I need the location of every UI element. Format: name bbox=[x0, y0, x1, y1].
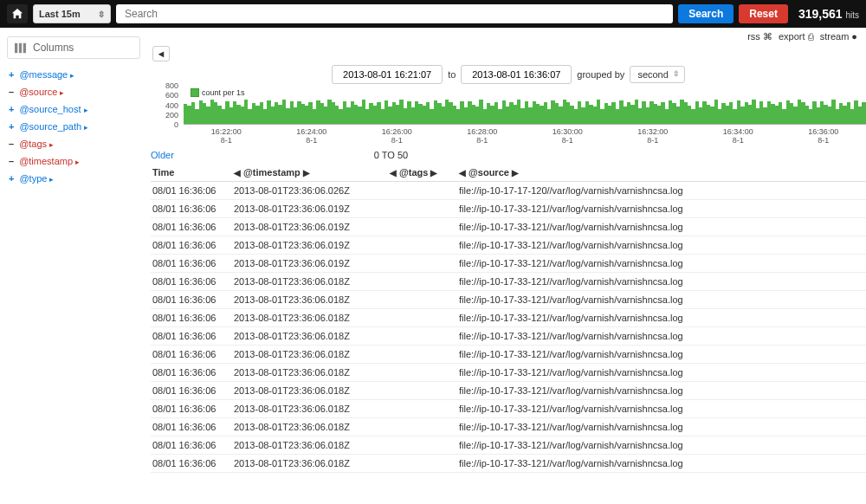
cell-tags bbox=[388, 273, 457, 291]
cell-time: 08/01 16:36:06 bbox=[151, 346, 232, 364]
legend-swatch bbox=[191, 88, 199, 97]
cell-time: 08/01 16:36:06 bbox=[151, 327, 232, 346]
x-tick: 16:34:008-1 bbox=[723, 127, 753, 145]
results-table: Time ◀ @timestamp ▶ ◀ @tags ▶ ◀ @source … bbox=[151, 164, 866, 473]
cell-timestamp: 2013-08-01T23:36:06.018Z bbox=[232, 346, 388, 364]
older-link[interactable]: Older bbox=[151, 150, 174, 160]
cell-time: 08/01 16:36:06 bbox=[151, 291, 232, 309]
table-row[interactable]: 08/01 16:36:062013-08-01T23:36:06.018Zfi… bbox=[151, 418, 866, 436]
y-tick: 200 bbox=[165, 111, 178, 120]
table-row[interactable]: 08/01 16:36:062013-08-01T23:36:06.018Zfi… bbox=[151, 309, 866, 327]
cell-time: 08/01 16:36:06 bbox=[151, 364, 232, 382]
reset-button[interactable]: Reset bbox=[739, 4, 788, 23]
export-link[interactable]: export ⎙ bbox=[777, 31, 814, 42]
cell-source: file://ip-10-17-33-121//var/log/varnish/… bbox=[457, 309, 866, 327]
chart-legend: count per 1s bbox=[187, 87, 249, 98]
table-row[interactable]: 08/01 16:36:062013-08-01T23:36:06.018Zfi… bbox=[151, 291, 866, 309]
cell-timestamp: 2013-08-01T23:36:06.019Z bbox=[232, 236, 388, 255]
topbar: Last 15m Search Reset 319,561 hits bbox=[0, 0, 866, 28]
time-to-input[interactable] bbox=[461, 65, 572, 84]
svg-rect-2 bbox=[23, 42, 26, 52]
add-field-icon: + bbox=[9, 69, 14, 80]
columns-header[interactable]: Columns bbox=[7, 36, 140, 59]
cell-tags bbox=[388, 182, 457, 200]
time-range-select[interactable]: Last 15m bbox=[33, 4, 111, 23]
search-input[interactable] bbox=[116, 4, 673, 23]
home-button[interactable] bbox=[7, 4, 28, 23]
cell-time: 08/01 16:36:06 bbox=[151, 182, 232, 200]
search-button[interactable]: Search bbox=[678, 4, 734, 23]
cell-source: file://ip-10-17-33-121//var/log/varnish/… bbox=[457, 218, 866, 236]
rss-link[interactable]: rss ⌘ bbox=[746, 31, 772, 42]
cell-source: file://ip-10-17-33-121//var/log/varnish/… bbox=[457, 455, 866, 473]
table-row[interactable]: 08/01 16:36:062013-08-01T23:36:06.018Zfi… bbox=[151, 364, 866, 382]
cell-source: file://ip-10-17-33-121//var/log/varnish/… bbox=[457, 382, 866, 400]
cell-timestamp: 2013-08-01T23:36:06.018Z bbox=[232, 382, 388, 400]
field-item-source[interactable]: –@source ▸ bbox=[7, 83, 140, 100]
cell-tags bbox=[388, 418, 457, 436]
table-row[interactable]: 08/01 16:36:062013-08-01T23:36:06.018Zfi… bbox=[151, 455, 866, 473]
y-tick: 800 bbox=[165, 81, 178, 90]
remove-field-icon: – bbox=[9, 156, 14, 166]
cell-source: file://ip-10-17-17-120//var/log/varnish/… bbox=[457, 182, 866, 200]
cell-timestamp: 2013-08-01T23:36:06.018Z bbox=[232, 400, 388, 418]
table-row[interactable]: 08/01 16:36:062013-08-01T23:36:06.019Zfi… bbox=[151, 218, 866, 236]
th-timestamp[interactable]: ◀ @timestamp ▶ bbox=[232, 164, 388, 182]
x-tick: 16:36:008-1 bbox=[808, 127, 838, 145]
table-row[interactable]: 08/01 16:36:062013-08-01T23:36:06.018Zfi… bbox=[151, 436, 866, 455]
th-time[interactable]: Time bbox=[151, 164, 232, 182]
table-row[interactable]: 08/01 16:36:062013-08-01T23:36:06.019Zfi… bbox=[151, 200, 866, 218]
cell-source: file://ip-10-17-33-121//var/log/varnish/… bbox=[457, 200, 866, 218]
cell-tags bbox=[388, 309, 457, 327]
cell-tags bbox=[388, 200, 457, 218]
cell-source: file://ip-10-17-33-121//var/log/varnish/… bbox=[457, 436, 866, 455]
cell-time: 08/01 16:36:06 bbox=[151, 455, 232, 473]
cell-time: 08/01 16:36:06 bbox=[151, 400, 232, 418]
cell-time: 08/01 16:36:06 bbox=[151, 273, 232, 291]
field-item-source_path[interactable]: +@source_path ▸ bbox=[7, 118, 140, 135]
table-row[interactable]: 08/01 16:36:062013-08-01T23:36:06.026Zfi… bbox=[151, 182, 866, 200]
y-tick: 600 bbox=[165, 91, 178, 100]
chart-plot[interactable] bbox=[184, 86, 866, 125]
time-from-input[interactable] bbox=[332, 65, 443, 84]
x-tick: 16:24:008-1 bbox=[296, 127, 326, 145]
cell-timestamp: 2013-08-01T23:36:06.018Z bbox=[232, 327, 388, 346]
field-name: @message ▸ bbox=[19, 69, 74, 80]
table-row[interactable]: 08/01 16:36:062013-08-01T23:36:06.018Zfi… bbox=[151, 346, 866, 364]
table-row[interactable]: 08/01 16:36:062013-08-01T23:36:06.018Zfi… bbox=[151, 382, 866, 400]
table-row[interactable]: 08/01 16:36:062013-08-01T23:36:06.018Zfi… bbox=[151, 400, 866, 418]
field-item-message[interactable]: +@message ▸ bbox=[7, 66, 140, 83]
cell-source: file://ip-10-17-33-121//var/log/varnish/… bbox=[457, 346, 866, 364]
grouped-by-label: grouped by bbox=[577, 69, 624, 80]
table-row[interactable]: 08/01 16:36:062013-08-01T23:36:06.018Zfi… bbox=[151, 273, 866, 291]
table-row[interactable]: 08/01 16:36:062013-08-01T23:36:06.019Zfi… bbox=[151, 255, 866, 273]
stream-link[interactable]: stream ● bbox=[818, 31, 857, 42]
to-label: to bbox=[448, 69, 456, 80]
cell-source: file://ip-10-17-33-121//var/log/varnish/… bbox=[457, 291, 866, 309]
cell-time: 08/01 16:36:06 bbox=[151, 309, 232, 327]
cell-time: 08/01 16:36:06 bbox=[151, 382, 232, 400]
field-item-type[interactable]: +@type ▸ bbox=[7, 170, 140, 187]
cell-tags bbox=[388, 218, 457, 236]
x-tick: 16:28:008-1 bbox=[467, 127, 497, 145]
th-tags[interactable]: ◀ @tags ▶ bbox=[388, 164, 457, 182]
field-item-tags[interactable]: –@tags ▸ bbox=[7, 135, 140, 152]
y-tick: 0 bbox=[174, 120, 178, 129]
cell-time: 08/01 16:36:06 bbox=[151, 255, 232, 273]
cell-time: 08/01 16:36:06 bbox=[151, 200, 232, 218]
cell-timestamp: 2013-08-01T23:36:06.026Z bbox=[232, 182, 388, 200]
table-row[interactable]: 08/01 16:36:062013-08-01T23:36:06.019Zfi… bbox=[151, 236, 866, 255]
th-source[interactable]: ◀ @source ▶ bbox=[457, 164, 866, 182]
cell-tags bbox=[388, 255, 457, 273]
cell-source: file://ip-10-17-33-121//var/log/varnish/… bbox=[457, 364, 866, 382]
x-tick: 16:32:008-1 bbox=[637, 127, 668, 145]
cell-source: file://ip-10-17-33-121//var/log/varnish/… bbox=[457, 327, 866, 346]
cell-source: file://ip-10-17-33-121//var/log/varnish/… bbox=[457, 418, 866, 436]
field-item-source_host[interactable]: +@source_host ▸ bbox=[7, 100, 140, 118]
group-by-select[interactable]: second bbox=[630, 66, 684, 83]
table-row[interactable]: 08/01 16:36:062013-08-01T23:36:06.018Zfi… bbox=[151, 327, 866, 346]
field-item-timestamp[interactable]: –@timestamp ▸ bbox=[7, 152, 140, 170]
cell-timestamp: 2013-08-01T23:36:06.018Z bbox=[232, 455, 388, 473]
collapse-sidebar-button[interactable]: ◄ bbox=[152, 46, 170, 61]
svg-rect-1 bbox=[19, 42, 22, 52]
